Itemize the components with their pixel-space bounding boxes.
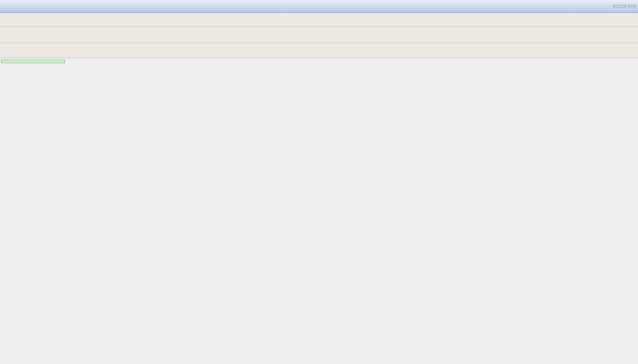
menu-bar — [0, 13, 638, 27]
gann-wheel-canvas[interactable] — [0, 58, 638, 364]
info-panel — [1, 60, 65, 64]
forum-button-partial[interactable] — [628, 5, 636, 7]
customer-service-button[interactable] — [613, 5, 626, 7]
chart-area — [0, 58, 638, 364]
application-window — [0, 0, 638, 364]
title-bar[interactable] — [0, 0, 638, 13]
instrument-name — [1, 60, 65, 63]
chart-type-toolbar — [0, 43, 638, 58]
main-toolbar — [0, 27, 638, 43]
